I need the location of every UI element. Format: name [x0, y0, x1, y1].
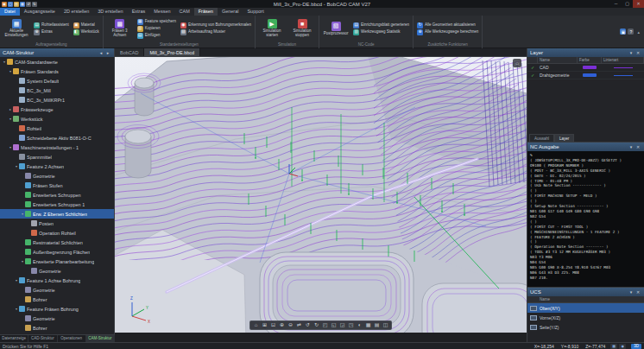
- layer-color-swatch[interactable]: [578, 66, 602, 69]
- dock-tab-cad-struktur[interactable]: CAD-Struktur: [28, 335, 57, 342]
- tree-item-rohteil[interactable]: Rohteil: [0, 124, 114, 133]
- home-view-icon[interactable]: ⌂: [252, 321, 260, 329]
- simulation-starten-button[interactable]: ▶ Simulation starten: [258, 19, 286, 37]
- tree-item-bohrer[interactable]: Bohrer: [0, 295, 114, 304]
- layer-linetype-swatch[interactable]: [602, 67, 644, 68]
- tab-auswahl[interactable]: Auswahl: [529, 134, 554, 142]
- tree-item-erweitertes-schruppen[interactable]: Erweitertes Schruppen: [0, 190, 114, 200]
- alle-geometrien-aktualisieren-button[interactable]: ↻ Alle Geometrien aktualisieren: [416, 22, 479, 29]
- pin-icon[interactable]: ▾: [628, 48, 635, 57]
- tab-fraesen[interactable]: Fräsen: [194, 8, 218, 16]
- tab-support[interactable]: Support: [243, 8, 268, 16]
- postprozessor-button[interactable]: ▧ Postprozessor: [322, 22, 350, 36]
- tree-item-feature-fraesen-bohrung[interactable]: ▾Feature Fräsen Bohrung: [0, 304, 114, 314]
- undo-icon[interactable]: ↺: [26, 2, 31, 7]
- tree-item-feature-1-achse-bohrung[interactable]: ▾Feature 1 Achse Bohrung: [0, 276, 114, 285]
- dock-tab-cam-struktur[interactable]: CAM-Struktur: [86, 335, 115, 342]
- tree-item-geometrie[interactable]: Geometrie: [0, 314, 114, 323]
- collapse-ribbon-icon[interactable]: ▴: [635, 29, 641, 35]
- layer-visible-icon[interactable]: ✓: [527, 73, 538, 78]
- tree-item-erweitertes-schruppen-1[interactable]: Erweitertes Schruppen 1: [0, 200, 114, 209]
- layer-row-cad[interactable]: ✓ CAD: [527, 64, 644, 72]
- viewport[interactable]: X Y Z ⌂ ⌂ ⊞ ⊡ ⊕ ⊖ ⇄ ↺ ↻ ◰ ◱ ◲ ◳ ◐ ▦ ▤ ◫: [115, 57, 527, 333]
- tab-general[interactable]: General: [218, 8, 243, 16]
- ucs-row-oben[interactable]: Oben(X/Y): [527, 303, 644, 313]
- tab-messen[interactable]: Messen: [149, 8, 174, 16]
- arbeitsauftrag-muster-button[interactable]: ▨ Arbeitsauftrag Muster: [180, 29, 252, 35]
- tab-cam[interactable]: CAM: [175, 8, 194, 16]
- view-home-icon[interactable]: ⌂: [513, 59, 521, 67]
- fraesen-3-achsen-button[interactable]: ▩ Fräsen 3 Achsen: [106, 19, 134, 37]
- tree-item-fraesen-standards[interactable]: ▾Fräsen Standards: [0, 67, 114, 76]
- tab-ausgangsseite[interactable]: Ausgangsseite: [20, 8, 60, 16]
- zoom-in-icon[interactable]: ⊕: [278, 321, 286, 329]
- tab-3d-erstellen[interactable]: 3D erstellen: [93, 8, 127, 16]
- scroll-right-icon[interactable]: ▸: [104, 48, 111, 57]
- alle-werkzeugwege-berechnen-button[interactable]: ⊛ Alle Werkzeugwege berechnen: [416, 29, 479, 35]
- layer-visible-icon[interactable]: ✓: [527, 65, 538, 70]
- pin-icon[interactable]: ▾: [628, 143, 635, 151]
- simulation-stoppen-button[interactable]: ■ Simulation stoppen: [288, 19, 316, 37]
- bohrungserkennung-button[interactable]: ◉ Erkennung von Bohrungsmerkmalen: [180, 22, 252, 29]
- open-file-icon[interactable]: ▤: [14, 2, 19, 7]
- ucs-row-vorne[interactable]: Vorne(X/Z): [527, 313, 644, 322]
- tree-item-maschineneinstellungen[interactable]: ▾Maschineneinstellungen - 1: [0, 143, 114, 152]
- help-icon[interactable]: ?: [628, 29, 634, 35]
- tree-item-geometrie[interactable]: Geometrie: [0, 285, 114, 295]
- aktuelle-einstellungen-button[interactable]: ▦ Aktuelle Einstellungen: [3, 19, 30, 37]
- einrichtungsblatt-button[interactable]: ▤ Einrichtungsblatt generieren: [352, 22, 410, 29]
- pin-icon[interactable]: ▾: [628, 288, 635, 296]
- tree-item-erw-z-ebenen-schlichten[interactable]: ▾Erw. Z Ebenen Schlichten: [0, 209, 114, 219]
- layer-color-swatch[interactable]: [578, 73, 602, 77]
- grid-status-icon[interactable]: ▦: [610, 344, 617, 349]
- view-top-icon[interactable]: ◰: [321, 321, 329, 329]
- view-front-icon[interactable]: ◱: [330, 321, 338, 329]
- rotate-left-icon[interactable]: ↺: [304, 321, 312, 329]
- tree-item-schneidebene[interactable]: Schneidebene Aktiv B081-O-C: [0, 133, 114, 143]
- new-file-icon[interactable]: ▢: [8, 2, 13, 7]
- viewport-3d-view[interactable]: X Y Z: [115, 57, 527, 333]
- rotate-right-icon[interactable]: ↻: [313, 321, 320, 329]
- werkzeugweg-statistik-button[interactable]: ▥ Werkzeugweg Statistik: [352, 29, 410, 35]
- geometrie-panel-icon[interactable]: ▣: [620, 29, 626, 35]
- pan-icon[interactable]: ⇄: [295, 321, 303, 329]
- tree-item-bc-3x-mill[interactable]: BC_3x_Mill: [0, 86, 114, 95]
- feature-speichern-button[interactable]: ▦ Feature speichern: [136, 19, 177, 25]
- tree-item-erweiterte-planarbearbeitung[interactable]: ▾Erweiterte Planarbearbeitung: [0, 257, 114, 266]
- tree-item-bohrer[interactable]: Bohrer: [0, 323, 114, 333]
- document-tab-mill-3x-pro[interactable]: Mill_3x_Pro-DE.bbcd: [144, 48, 200, 56]
- kopieren-button[interactable]: ▥ Kopieren: [136, 26, 177, 32]
- tab-extras[interactable]: Extras: [128, 8, 150, 16]
- zoom-window-icon[interactable]: ⊡: [269, 321, 277, 329]
- view-mode-3d-button[interactable]: 3D: [631, 344, 641, 349]
- close-icon[interactable]: ✕: [635, 48, 641, 57]
- rohteilassistent-button[interactable]: ▤ Rohteilassistent: [33, 22, 70, 29]
- wireframe-mode-icon[interactable]: ▦: [364, 321, 372, 329]
- close-icon[interactable]: ✕: [635, 288, 641, 296]
- layer-row-drahtgeometrie[interactable]: ✓ Drahtgeometrie: [527, 72, 644, 79]
- nc-code-view[interactable]: % ( JOBSETUP(MILL_3X_PRO-DE-ANZ2) GESETZ…: [527, 151, 644, 287]
- tree-item-cam-standardwerte[interactable]: ▾CAM-Standardwerte: [0, 57, 114, 67]
- tree-item-feature-2-achsen[interactable]: ▾Feature 2 Achsen: [0, 162, 114, 171]
- snap-status-icon[interactable]: ◉: [619, 344, 626, 349]
- shaded-mode-icon[interactable]: ◐: [356, 321, 363, 329]
- tree-item-fraeswerkzeuge[interactable]: ▸Fräswerkzeuge: [0, 105, 114, 114]
- minimize-button[interactable]: ─: [610, 0, 622, 8]
- section-view-icon[interactable]: ◫: [382, 321, 389, 329]
- close-button[interactable]: ✕: [633, 0, 644, 8]
- view-iso-icon[interactable]: ◳: [347, 321, 355, 329]
- tree-item-spannmittel[interactable]: Spannmittel: [0, 152, 114, 162]
- werkstueck-button[interactable]: ◧ Werkstück: [73, 29, 100, 35]
- tree-item-fraesen-stufen[interactable]: Fräsen Stufen: [0, 181, 114, 190]
- tree-item-operation-rohteil[interactable]: Operation Rohteil: [0, 228, 114, 238]
- close-icon[interactable]: ✕: [635, 143, 641, 151]
- tree-item-restmaterial-schlichten[interactable]: Restmaterial Schlichten: [0, 238, 114, 247]
- maximize-button[interactable]: ▢: [622, 0, 633, 8]
- dock-tab-datenanzeige[interactable]: Datenanzeige: [0, 335, 28, 342]
- ucs-row-seite[interactable]: Seite(Y/Z): [527, 322, 644, 332]
- einfuegen-button[interactable]: ▤ Einfügen: [136, 33, 177, 39]
- tree-item-system-default[interactable]: System Default: [0, 76, 114, 86]
- view-side-icon[interactable]: ◲: [338, 321, 346, 329]
- tree-item-geometrie[interactable]: Geometrie: [0, 171, 114, 181]
- save-file-icon[interactable]: ▦: [20, 2, 25, 7]
